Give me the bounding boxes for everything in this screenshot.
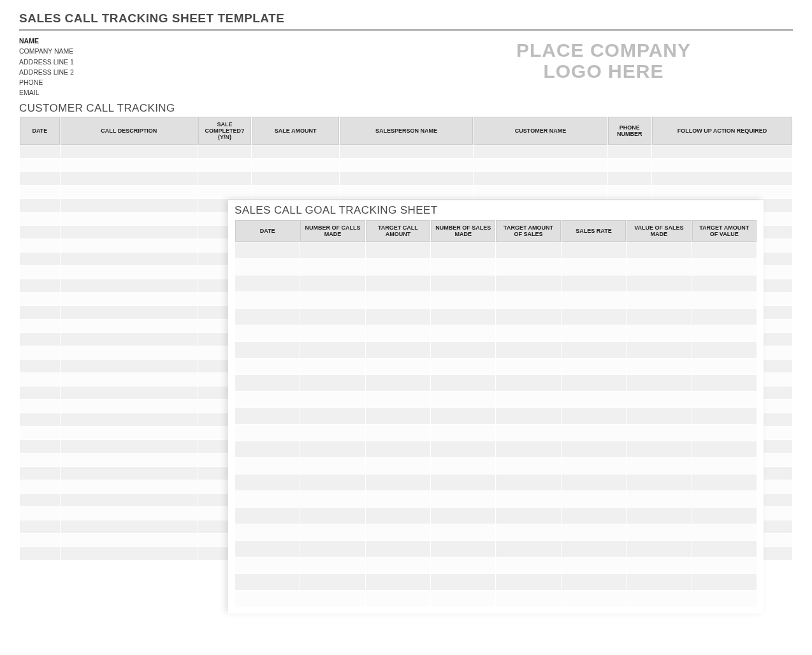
table-cell[interactable]	[20, 159, 60, 172]
table-cell[interactable]	[431, 259, 495, 275]
table-cell[interactable]	[562, 242, 626, 258]
table-cell[interactable]	[496, 524, 560, 540]
table-cell[interactable]	[562, 276, 626, 291]
table-cell[interactable]	[235, 475, 300, 490]
table-cell[interactable]	[431, 292, 495, 308]
table-cell[interactable]	[300, 541, 365, 557]
table-cell[interactable]	[366, 441, 430, 457]
table-cell[interactable]	[562, 574, 626, 590]
table-cell[interactable]	[496, 557, 560, 573]
table-cell[interactable]	[496, 358, 560, 374]
table-cell[interactable]	[608, 186, 651, 198]
table-cell[interactable]	[235, 358, 300, 374]
table-cell[interactable]	[366, 425, 430, 441]
table-cell[interactable]	[235, 408, 300, 424]
table-cell[interactable]	[431, 475, 495, 490]
table-cell[interactable]	[366, 325, 430, 341]
table-cell[interactable]	[340, 186, 474, 198]
table-cell[interactable]	[692, 276, 757, 291]
table-cell[interactable]	[235, 557, 300, 573]
table-cell[interactable]	[366, 292, 430, 308]
table-cell[interactable]	[431, 508, 495, 524]
table-cell[interactable]	[431, 574, 495, 590]
table-cell[interactable]	[652, 159, 792, 172]
table-cell[interactable]	[496, 408, 560, 424]
table-cell[interactable]	[496, 591, 560, 607]
table-cell[interactable]	[431, 358, 495, 374]
table-cell[interactable]	[300, 475, 365, 490]
table-cell[interactable]	[235, 458, 300, 474]
table-cell[interactable]	[61, 360, 198, 372]
table-cell[interactable]	[61, 346, 198, 359]
table-cell[interactable]	[692, 358, 757, 374]
table-cell[interactable]	[562, 475, 626, 490]
table-cell[interactable]	[235, 425, 300, 441]
table-cell[interactable]	[474, 159, 607, 172]
table-cell[interactable]	[627, 441, 691, 457]
table-cell[interactable]	[608, 145, 651, 158]
table-cell[interactable]	[300, 309, 365, 325]
table-cell[interactable]	[20, 400, 60, 413]
table-cell[interactable]	[366, 475, 430, 490]
table-cell[interactable]	[300, 574, 365, 590]
table-cell[interactable]	[496, 508, 560, 524]
table-cell[interactable]	[20, 186, 60, 198]
table-cell[interactable]	[496, 259, 560, 275]
table-cell[interactable]	[300, 375, 365, 391]
table-cell[interactable]	[627, 508, 691, 524]
table-cell[interactable]	[496, 425, 560, 441]
table-cell[interactable]	[20, 266, 60, 279]
table-cell[interactable]	[692, 557, 757, 573]
table-cell[interactable]	[20, 520, 60, 533]
table-cell[interactable]	[627, 591, 691, 607]
table-cell[interactable]	[61, 172, 198, 185]
table-cell[interactable]	[300, 259, 365, 275]
table-cell[interactable]	[61, 293, 198, 305]
table-cell[interactable]	[562, 591, 626, 607]
table-cell[interactable]	[562, 508, 626, 524]
table-cell[interactable]	[496, 342, 560, 358]
table-cell[interactable]	[198, 186, 252, 198]
table-cell[interactable]	[252, 186, 338, 198]
table-cell[interactable]	[627, 557, 691, 573]
table-cell[interactable]	[300, 358, 365, 374]
table-cell[interactable]	[627, 309, 691, 325]
table-cell[interactable]	[496, 458, 560, 474]
table-cell[interactable]	[627, 292, 691, 308]
table-cell[interactable]	[235, 342, 300, 358]
table-cell[interactable]	[366, 541, 430, 557]
table-cell[interactable]	[627, 325, 691, 341]
table-cell[interactable]	[20, 386, 60, 399]
table-cell[interactable]	[431, 458, 495, 474]
table-cell[interactable]	[235, 574, 300, 590]
table-cell[interactable]	[235, 259, 300, 275]
table-cell[interactable]	[61, 507, 198, 520]
table-cell[interactable]	[61, 427, 198, 439]
table-cell[interactable]	[366, 491, 430, 507]
table-cell[interactable]	[562, 524, 626, 540]
table-cell[interactable]	[340, 172, 474, 185]
table-cell[interactable]	[431, 591, 495, 607]
table-cell[interactable]	[61, 239, 198, 252]
table-cell[interactable]	[431, 491, 495, 507]
table-cell[interactable]	[300, 441, 365, 457]
table-cell[interactable]	[20, 360, 60, 372]
table-cell[interactable]	[235, 292, 300, 308]
table-cell[interactable]	[252, 145, 338, 158]
table-cell[interactable]	[20, 306, 60, 319]
table-cell[interactable]	[366, 508, 430, 524]
table-cell[interactable]	[562, 325, 626, 341]
table-cell[interactable]	[61, 320, 198, 332]
table-cell[interactable]	[474, 186, 607, 198]
table-cell[interactable]	[235, 541, 300, 557]
table-cell[interactable]	[61, 333, 198, 346]
table-cell[interactable]	[300, 591, 365, 607]
table-cell[interactable]	[692, 441, 757, 457]
table-cell[interactable]	[20, 346, 60, 359]
table-cell[interactable]	[692, 342, 757, 358]
table-cell[interactable]	[627, 475, 691, 490]
table-cell[interactable]	[20, 212, 60, 225]
table-cell[interactable]	[366, 242, 430, 258]
table-cell[interactable]	[300, 425, 365, 441]
table-cell[interactable]	[235, 441, 300, 457]
